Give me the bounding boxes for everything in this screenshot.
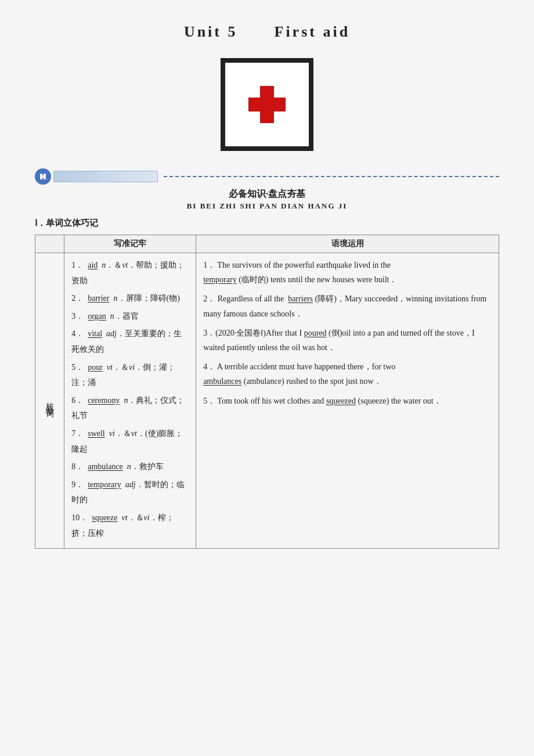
row-label: 核心单词 xyxy=(35,253,64,549)
table-header-col2: 语境运用 xyxy=(196,235,499,253)
cross-icon xyxy=(244,81,290,128)
subsection-title: Ⅰ．单词立体巧记 xyxy=(35,218,499,229)
usage-item-3: 3．(2020·全国卷Ⅰ)After that I poured (倒)oil … xyxy=(203,326,492,355)
usage-item-2: 2． Regardless of all the barriers (障碍)，M… xyxy=(203,291,492,321)
topic-label: First aid xyxy=(275,23,351,40)
usage-item-4: 4． A terrible accident must have happene… xyxy=(203,359,492,388)
section-badge xyxy=(35,168,51,185)
section-title-zh: 必备知识·盘点夯基 xyxy=(35,188,499,200)
page-title: Unit 5 First aid xyxy=(35,23,499,41)
unit-label: Unit 5 xyxy=(184,23,238,40)
section-header xyxy=(35,168,499,185)
section-title-pinyin: BI BEI ZHI SHI PAN DIAN HANG JI xyxy=(35,201,499,211)
vocab-item-7: 7． swell vi．＆vt．(使)膨胀；隆起 xyxy=(71,426,189,457)
table-row: 核心单词 1． aid n．＆vt．帮助；援助；资助 2． barrier n．… xyxy=(35,253,499,549)
image-container xyxy=(35,58,499,151)
table-header-empty xyxy=(35,235,64,253)
vocab-item-2: 2． barrier n．屏障；障碍(物) xyxy=(71,291,189,307)
first-aid-image xyxy=(221,58,313,151)
vocab-table: 写准记牢 语境运用 核心单词 1． aid n．＆vt．帮助；援助；资助 2． … xyxy=(35,235,499,549)
svg-rect-2 xyxy=(260,98,274,111)
section-bar xyxy=(53,171,158,182)
vocab-item-4: 4． vital adj．至关重要的；生死攸关的 xyxy=(71,326,189,357)
table-header-col1: 写准记牢 xyxy=(64,235,196,253)
dashed-divider xyxy=(164,176,499,177)
vocab-item-6: 6． ceremony n．典礼；仪式；礼节 xyxy=(71,393,189,424)
vocab-item-9: 9． temporary adj．暂时的；临时的 xyxy=(71,477,189,508)
vocab-item-1: 1． aid n．＆vt．帮助；援助；资助 xyxy=(71,258,189,289)
vocab-item-5: 5． pour vt．＆vi．倒；灌；注；涌 xyxy=(71,360,189,391)
usage-item-5: 5． Tom took off his wet clothes and sque… xyxy=(203,394,492,408)
vocab-col: 1． aid n．＆vt．帮助；援助；资助 2． barrier n．屏障；障碍… xyxy=(64,253,196,549)
usage-col: 1． The survivors of the powerful earthqu… xyxy=(196,253,499,549)
vocab-item-8: 8． ambulance n．救护车 xyxy=(71,459,189,475)
usage-item-1: 1． The survivors of the powerful earthqu… xyxy=(203,258,492,287)
vocab-item-3: 3． organ n．器官 xyxy=(71,309,189,325)
vocab-item-10: 10． squeeze vt．＆vi．榨；挤；压榨 xyxy=(71,510,189,541)
svg-rect-5 xyxy=(40,175,46,178)
